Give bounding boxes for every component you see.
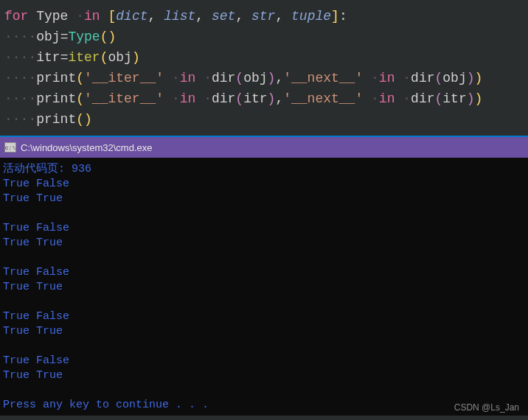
terminal-line: Press any key to continue . . . [3, 398, 525, 413]
code-line-6: ····print() [4, 109, 524, 130]
keyword-in: in [180, 71, 196, 85]
type-name: dict [116, 9, 147, 24]
bracket-open: [ [108, 9, 116, 24]
terminal-line: True False [3, 309, 525, 324]
terminal-line: True True [3, 324, 525, 339]
terminal-line [3, 251, 525, 265]
terminal-line: True False [3, 221, 525, 236]
cmd-icon: c:\ [4, 142, 16, 153]
terminal-title: C:\windows\system32\cmd.exe [21, 142, 152, 153]
terminal-line: True True [3, 368, 525, 383]
variable: obj [36, 29, 60, 44]
terminal-line: True False [3, 354, 525, 368]
whitespace-dot: ···· [4, 71, 36, 85]
whitespace-dot: ···· [4, 112, 36, 127]
terminal-line [3, 295, 525, 309]
string-literal: '__iter__' [84, 91, 164, 106]
function-call: print [36, 91, 76, 106]
code-line-2: ····obj=Type() [4, 27, 524, 47]
keyword-for: for [4, 9, 28, 24]
whitespace-dot: · [76, 9, 84, 24]
terminal-output[interactable]: 活动代码页: 936 True False True True True Fal… [0, 158, 528, 416]
bracket-close: ] [331, 9, 339, 24]
string-literal: '__iter__' [84, 71, 164, 85]
terminal-line: True True [3, 192, 525, 206]
terminal-line: True False [3, 265, 525, 280]
type-name: list [164, 9, 195, 24]
function-call: iter [68, 50, 100, 65]
whitespace-dot: ···· [4, 91, 36, 106]
terminal-line: True True [3, 280, 525, 295]
code-line-1: for Type ·in [dict, list, set, str, tupl… [4, 6, 524, 27]
function-call: Type [68, 29, 100, 44]
variable: itr [36, 50, 60, 65]
function-call: print [36, 112, 76, 127]
terminal-line: 活动代码页: 936 [3, 162, 525, 177]
watermark: CSDN @Ls_Jan [454, 402, 519, 413]
whitespace-dot: ···· [4, 50, 36, 65]
function-call: print [36, 71, 76, 85]
variable: Type [36, 9, 68, 24]
type-name: set [212, 9, 235, 24]
whitespace-dot: ···· [4, 29, 36, 44]
code-line-4: ····print('__iter__' ·in ·dir(obj),'__ne… [4, 68, 524, 88]
terminal-line [3, 206, 525, 221]
terminal-line [3, 383, 525, 398]
keyword-in: in [84, 9, 100, 24]
terminal-line [3, 339, 525, 354]
type-name: tuple [291, 9, 331, 24]
code-editor: for Type ·in [dict, list, set, str, tupl… [0, 0, 528, 136]
code-line-5: ····print('__iter__' ·in ·dir(itr),'__ne… [4, 88, 524, 109]
string-literal: '__next__' [283, 91, 363, 106]
terminal-titlebar[interactable]: c:\ C:\windows\system32\cmd.exe [0, 137, 528, 158]
type-name: str [251, 9, 275, 24]
terminal-line: True True [3, 236, 525, 251]
string-literal: '__next__' [283, 71, 363, 85]
terminal-line: True False [3, 177, 525, 192]
code-line-3: ····itr=iter(obj) [4, 47, 524, 68]
keyword-in: in [180, 91, 196, 106]
terminal-panel: c:\ C:\windows\system32\cmd.exe 活动代码页: 9… [0, 136, 528, 416]
